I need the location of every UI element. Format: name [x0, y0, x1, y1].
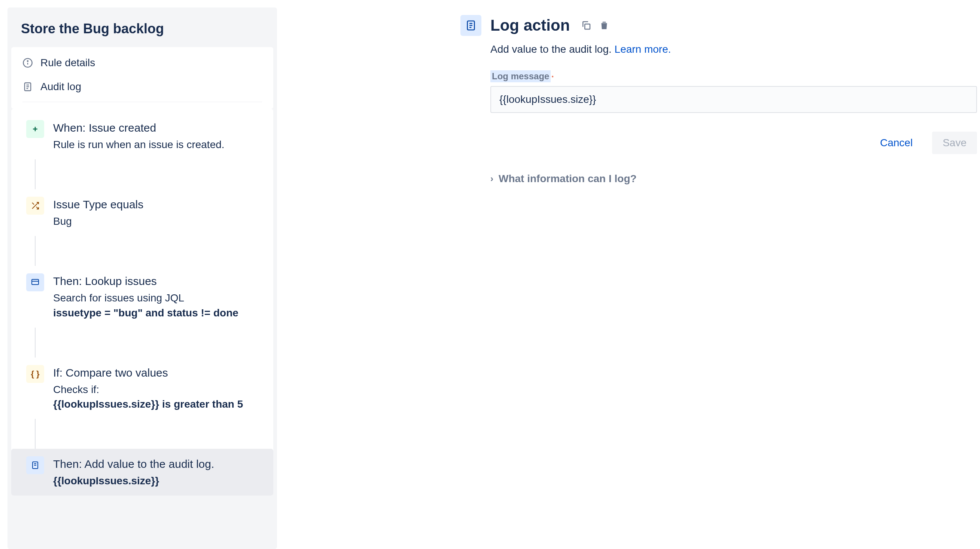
delete-button[interactable] [597, 18, 612, 33]
required-indicator: * [551, 75, 553, 80]
chevron-right-icon: › [490, 173, 493, 184]
rule-step-trigger[interactable]: When: Issue created Rule is run when an … [11, 113, 273, 159]
main-title: Log action [490, 16, 570, 34]
rule-step-condition-issuetype[interactable]: Issue Type equals Bug [11, 189, 273, 236]
log-icon [22, 81, 33, 92]
rule-title: Store the Bug backlog [8, 21, 277, 47]
plus-icon [26, 120, 44, 138]
sidebar-link-label: Rule details [40, 57, 95, 69]
rule-steps: When: Issue created Rule is run when an … [11, 109, 273, 495]
info-icon [22, 57, 33, 68]
step-title: Then: Lookup issues [53, 275, 262, 287]
main-panel: Log action Add value to the audit log. L… [277, 0, 980, 549]
main-description: Add value to the audit log. Learn more. [460, 43, 980, 56]
step-title: Then: Add value to the audit log. [53, 458, 262, 470]
shuffle-icon [26, 197, 44, 215]
save-button[interactable]: Save [932, 132, 977, 154]
cancel-button[interactable]: Cancel [870, 132, 923, 154]
braces-icon: { } [26, 365, 44, 383]
step-desc: Checks if: {{lookupIssues.size}} is grea… [53, 382, 262, 411]
step-title: If: Compare two values [53, 367, 262, 379]
log-message-input[interactable] [490, 86, 977, 113]
main-header: Log action [460, 15, 980, 36]
step-desc: Rule is run when an issue is created. [53, 137, 262, 152]
log-action-header-icon [460, 15, 481, 36]
info-collapsible[interactable]: › What information can I log? [460, 173, 980, 185]
sidebar-link-audit-log[interactable]: Audit log [11, 75, 273, 99]
collapsible-label: What information can I log? [499, 173, 637, 185]
learn-more-link[interactable]: Learn more. [615, 43, 671, 55]
sidebar-link-rule-details[interactable]: Rule details [11, 51, 273, 75]
log-action-icon [26, 456, 44, 474]
step-desc: Search for issues using JQL issuetype = … [53, 290, 262, 320]
step-title: When: Issue created [53, 122, 262, 134]
copy-button[interactable] [579, 18, 594, 33]
step-desc: {{lookupIssues.size}} [53, 473, 262, 488]
rule-sidebar: Store the Bug backlog Rule details Audit… [8, 8, 277, 549]
svg-rect-9 [32, 279, 38, 285]
log-message-label: Log message [490, 70, 550, 82]
step-desc: Bug [53, 214, 262, 228]
rule-step-lookup[interactable]: Then: Lookup issues Search for issues us… [11, 266, 273, 327]
svg-point-2 [27, 60, 28, 61]
sidebar-links: Rule details Audit log [11, 47, 273, 109]
sidebar-link-label: Audit log [40, 81, 81, 93]
lookup-icon [26, 273, 44, 291]
svg-rect-18 [585, 24, 590, 29]
rule-step-compare[interactable]: { } If: Compare two values Checks if: {{… [11, 357, 273, 419]
divider [22, 102, 262, 102]
rule-step-log[interactable]: Then: Add value to the audit log. {{look… [11, 449, 273, 495]
step-title: Issue Type equals [53, 198, 262, 211]
